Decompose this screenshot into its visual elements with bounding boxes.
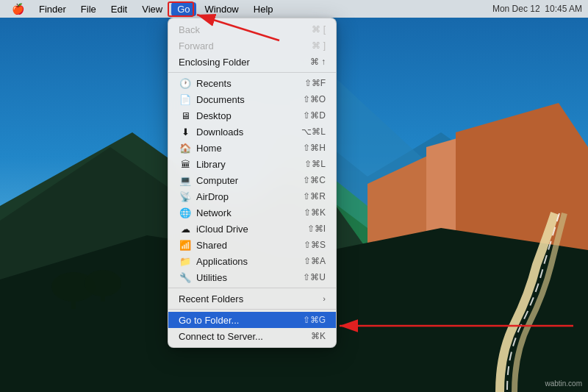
menubar-time: Mon Dec 12 10:45 AM bbox=[492, 4, 582, 14]
menu-downloads[interactable]: ⬇ Downloads ⌥⌘L bbox=[168, 124, 336, 140]
separator-1 bbox=[168, 72, 336, 73]
menu-enclosing-folder[interactable]: Enclosing Folder ⌘ ↑ bbox=[168, 54, 336, 70]
menu-airdrop[interactable]: 📡 AirDrop ⇧⌘R bbox=[168, 188, 336, 204]
downloads-icon: ⬇ bbox=[179, 126, 192, 138]
applications-icon: 📁 bbox=[179, 256, 192, 267]
menu-recent-folders[interactable]: Recent Folders › bbox=[168, 291, 336, 307]
menu-desktop[interactable]: 🖥 Desktop ⇧⌘D bbox=[168, 107, 336, 124]
utilities-icon: 🔧 bbox=[179, 272, 192, 283]
separator-3 bbox=[168, 309, 336, 310]
desktop: 🍎 Finder File Edit View Go Window Help M… bbox=[0, 0, 588, 392]
menubar-right: Mon Dec 12 10:45 AM bbox=[492, 4, 582, 14]
apple-menu[interactable]: 🍎 bbox=[6, 3, 30, 15]
menubar-go[interactable]: Go bbox=[171, 2, 196, 16]
menubar-help[interactable]: Help bbox=[248, 2, 279, 16]
recents-icon: 🕐 bbox=[179, 78, 192, 89]
svg-rect-13 bbox=[71, 287, 76, 309]
home-icon: 🏠 bbox=[179, 143, 192, 154]
network-icon: 🌐 bbox=[179, 207, 192, 218]
menubar-edit[interactable]: Edit bbox=[105, 2, 133, 16]
shared-icon: 📶 bbox=[179, 240, 192, 251]
menubar-finder[interactable]: Finder bbox=[33, 2, 72, 16]
menu-icloud-drive[interactable]: ☁ iCloud Drive ⇧⌘I bbox=[168, 221, 336, 237]
menubar-view[interactable]: View bbox=[136, 2, 168, 16]
desktop-icon: 🖥 bbox=[179, 110, 192, 121]
menu-utilities[interactable]: 🔧 Utilities ⇧⌘U bbox=[168, 269, 336, 285]
menubar-window[interactable]: Window bbox=[199, 2, 245, 16]
menu-home[interactable]: 🏠 Home ⇧⌘H bbox=[168, 140, 336, 156]
menu-library[interactable]: 🏛 Library ⇧⌘L bbox=[168, 156, 336, 172]
menu-back[interactable]: Back ⌘ [ bbox=[168, 21, 336, 38]
library-icon: 🏛 bbox=[179, 159, 192, 170]
go-menu: Back ⌘ [ Forward ⌘ ] Enclosing Folder ⌘ … bbox=[168, 18, 337, 348]
watermark: wabtin.com bbox=[545, 379, 582, 388]
menu-connect-to-server[interactable]: Connect to Server... ⌘K bbox=[168, 328, 336, 344]
menu-forward[interactable]: Forward ⌘ ] bbox=[168, 38, 336, 54]
menu-documents[interactable]: 📄 Documents ⇧⌘O bbox=[168, 91, 336, 107]
menubar: 🍎 Finder File Edit View Go Window Help M… bbox=[0, 0, 588, 18]
documents-icon: 📄 bbox=[179, 94, 192, 105]
separator-2 bbox=[168, 288, 336, 288]
chevron-right-icon: › bbox=[323, 294, 326, 303]
svg-rect-14 bbox=[101, 283, 105, 302]
menu-network[interactable]: 🌐 Network ⇧⌘K bbox=[168, 204, 336, 221]
menu-computer[interactable]: 💻 Computer ⇧⌘C bbox=[168, 172, 336, 188]
computer-icon: 💻 bbox=[179, 175, 192, 186]
menu-applications[interactable]: 📁 Applications ⇧⌘A bbox=[168, 253, 336, 269]
menubar-file[interactable]: File bbox=[75, 2, 102, 16]
airdrop-icon: 📡 bbox=[179, 191, 192, 202]
menu-recents[interactable]: 🕐 Recents ⇧⌘F bbox=[168, 75, 336, 91]
menu-go-to-folder[interactable]: Go to Folder... ⇧⌘G bbox=[168, 312, 336, 328]
menu-shared[interactable]: 📶 Shared ⇧⌘S bbox=[168, 237, 336, 253]
icloud-icon: ☁ bbox=[179, 224, 192, 235]
